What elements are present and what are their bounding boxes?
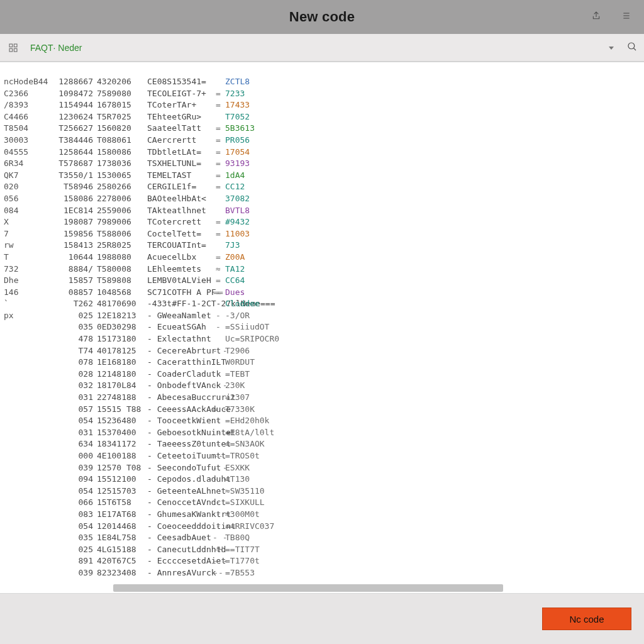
code-line: 0004E100188- CeteetoiTuumtt--=TROS0t (3, 450, 641, 462)
code-line: C236610984727589080TECOLEIGT-7+=7233 (3, 88, 641, 100)
list-icon[interactable] (621, 11, 631, 23)
code-line: 30003T384446T088061CAercrertt=PR056 (3, 135, 641, 147)
code-line: QK7T3550/11530065TEMELTAST=1dA4 (3, 170, 641, 182)
code-line: 0254LG15188- CanecutLddnhtd-H==TIT7T (3, 544, 641, 556)
share-icon[interactable] (591, 11, 601, 23)
code-line: `T26248170690-433t#FF-1-2CT-27klNeme===C… (3, 298, 641, 310)
code-line: 09415512100- Cepodos.dladuht- -=T130 (3, 474, 641, 486)
footer: Nc code (0, 594, 644, 644)
editor-content[interactable]: ncHodeB4412886674320206CE08S153541=ZCTL8… (0, 62, 644, 593)
code-line: 63418341172- TaeeessZ0tuntet-==SN3AOK (3, 438, 641, 450)
code-line: 891420T67C5- EccccesetdAiet- -=T1770t (3, 555, 641, 567)
code-line: 020T589462580266CERGILE1f==CC12 (3, 181, 641, 193)
code-line: px02512E18213- GWeeaNamlet--3/OR (3, 310, 641, 322)
code-line: 03218170L84- OnbodeftVAnck- -230K (3, 380, 641, 392)
chevron-down-icon[interactable] (609, 47, 614, 50)
svg-point-7 (628, 43, 635, 49)
code-line: 0455512586441580086TDbtletLAt==17054 (3, 147, 641, 158)
code-line: 0841EC8142559006TAkteatlhnetBVTL8 (3, 205, 641, 217)
code-line: 47815173180- ExlectathntUc=SRIPOCR0 (3, 333, 641, 345)
code-line: 06615T6T58- CenoccetAVndct- =SIXKULL (3, 497, 641, 509)
code-line: 05412014468- Coeoceedddoitint-==RRIVC037 (3, 521, 641, 533)
code-line: 03122748188- AbecesaBuccrurit=2307 (3, 392, 641, 404)
code-line: 7328884/T580008LEhleemtets≈TA12 (3, 264, 641, 275)
code-line: 03115370400- GeboesotkNuintet-=E8tA/l0lt (3, 427, 641, 439)
code-line: T7440178125- CecereAbrturt- -T2906 (3, 345, 641, 357)
svg-rect-5 (9, 48, 13, 52)
code-line: 02812148180- CoaderCladutk-=TEBT (3, 369, 641, 380)
grid-icon[interactable] (6, 41, 20, 55)
search-icon[interactable] (626, 41, 638, 55)
svg-rect-4 (14, 44, 17, 47)
code-line: 0831E17AT68- GhumesaKWanktrt-≈300M0t (3, 509, 641, 521)
code-line: 0561580862278006BAOteelHbAt<37082 (3, 193, 641, 205)
code-line: 6R34T5786871738036TSXHELTUNL==93193 (3, 158, 641, 170)
toolbar: FAQT· Neder (0, 34, 644, 62)
horizontal-scrollbar[interactable] (113, 584, 503, 592)
code-line: 05715515 T88- CeeessAAckAduce= -T7330K (3, 404, 641, 416)
code-line: rw15841325R8025TERCOUATInt=7J3 (3, 240, 641, 252)
svg-rect-3 (9, 44, 13, 47)
svg-line-8 (633, 48, 636, 50)
code-line: 03982323408- AnnresAVurck--=7B553 (3, 567, 641, 579)
svg-rect-6 (14, 48, 17, 52)
code-line: /839311549441678015TCoterTAr+=17433 (3, 99, 641, 111)
code-line: Dhe15857T589808LEMBV0tALVieH=CC64 (3, 275, 641, 287)
window-title: New code (289, 9, 355, 25)
code-line: C44661230624T5R7025TEhteetGRu>T7052 (3, 111, 641, 123)
code-line: 0350ED30298- EcueatSGAh- =SSiiudOT (3, 321, 641, 333)
code-line: T8504T2566271560820SaateelTatt=5B3613 (3, 123, 641, 135)
code-line: 0351E84L758- CeesadbAuet- -TB80Q (3, 532, 641, 544)
code-line: 05415236480- TooceetkWient-=EHd20h0k (3, 415, 641, 427)
code-line: 146088571048568SC71COTFH A PF===Dues (3, 287, 641, 299)
breadcrumb[interactable]: FAQT· Neder (30, 43, 82, 53)
editor: ncHodeB4412886674320206CE08S153541=ZCTL8… (0, 62, 644, 594)
primary-action-button[interactable]: Nc code (542, 608, 631, 630)
code-line: 7159856T588006CoctelTett==11003 (3, 228, 641, 240)
code-line: X1980877989006TCotercrett=#9432 (3, 216, 641, 228)
code-line: ncHodeB4412886674320206CE08S153541=ZCTL8 (3, 76, 641, 88)
titlebar: New code (0, 0, 644, 34)
code-line: T106441988080AcuecelLbx=Z00A (3, 252, 641, 264)
code-line: 05412515703- GeteenteALhnet- ≈SW35110 (3, 486, 641, 497)
code-line: 03912570 T08- SeecondoTufut- -ESXKK (3, 462, 641, 474)
code-line: 0781E168180- CaceratthinILT-W0RDUT (3, 357, 641, 369)
